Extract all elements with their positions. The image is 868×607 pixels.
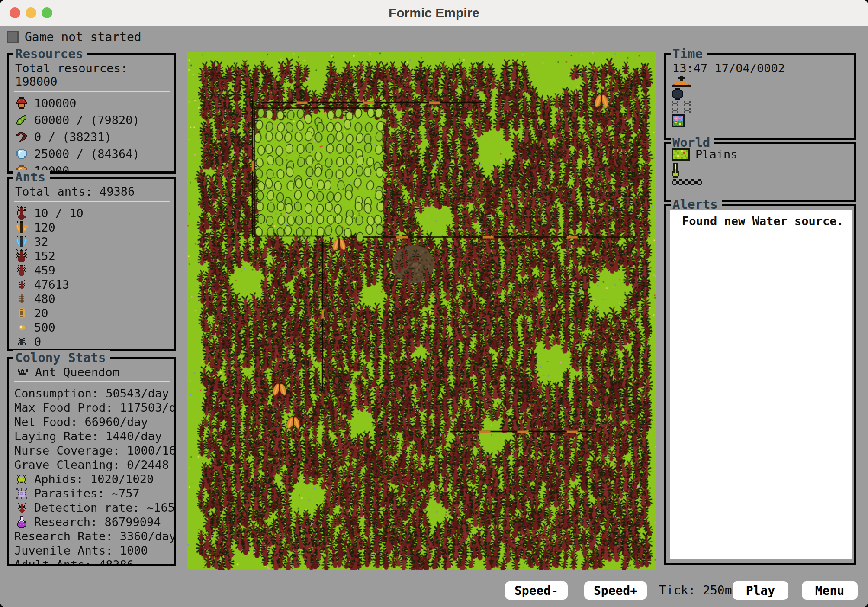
- resource-row: 60000 / (79820): [14, 113, 170, 127]
- larva-icon: [19, 294, 24, 303]
- time-condition-row: [672, 114, 685, 127]
- dead-ant-icon-slot: [14, 338, 29, 345]
- plains-tile-icon: [672, 148, 690, 161]
- ant-row: 500: [14, 320, 170, 334]
- orange-alate-icon: [16, 221, 28, 233]
- game-state-label: Game not started: [25, 30, 141, 44]
- resource-value: 25000 / (84364): [34, 147, 140, 161]
- colony-stat-row: Laying Rate: 1440/day: [14, 429, 170, 443]
- queen-ant-icon-slot: [14, 206, 29, 220]
- egg-icon-slot: [14, 325, 29, 330]
- aphid-icon-slot: [14, 475, 29, 484]
- alerts-panel-title: Alerts: [671, 197, 722, 212]
- play-button[interactable]: Play: [733, 581, 788, 600]
- blue-alate-icon-slot: [14, 236, 29, 247]
- datetime: 13:47 17/04/0002: [672, 61, 849, 75]
- colony-stat-value: Nurse Coverage: 1000/1630: [14, 444, 174, 457]
- colony-stat-value: Research: 86799094: [34, 515, 161, 529]
- moon-icon: [672, 88, 683, 100]
- time-condition-row: [672, 101, 692, 113]
- egg-icon: [19, 325, 25, 330]
- time-condition-row: [672, 76, 691, 87]
- wind-icon: [672, 101, 692, 113]
- game-state-indicator-icon: [7, 31, 19, 43]
- colony-stat-row: Nurse Coverage: 1000/1630: [14, 444, 170, 457]
- colony-stat-row: Parasites: ~757: [14, 487, 170, 500]
- colony-stat-row: Adult Ants: 48386: [14, 558, 170, 564]
- colony-name-row: Ant Queendom: [15, 365, 170, 379]
- world-row: Plains: [672, 148, 849, 161]
- colony-stat-row: Juvenile Ants: 1000: [14, 544, 170, 557]
- divider: [14, 91, 170, 92]
- divider: [14, 381, 170, 382]
- aphid-icon: [17, 475, 26, 484]
- status-bar: Game not started: [7, 29, 141, 44]
- colony-stat-row: Grave Cleaning: 0/2448: [14, 458, 170, 471]
- time-condition-row: [672, 88, 683, 100]
- grub-icon: [16, 132, 27, 142]
- water-icon: [16, 149, 27, 159]
- ant-count: 459: [34, 264, 55, 277]
- menu-button[interactable]: Menu: [802, 581, 858, 600]
- resources-panel-body: Total resources: 198000 10000060000 / (7…: [9, 55, 174, 171]
- title-bar: Formic Empire: [0, 0, 868, 26]
- thermometer-icon: [672, 163, 679, 178]
- red-ant-icon-slot: [14, 503, 29, 513]
- ant-count: 10 / 10: [34, 207, 84, 220]
- colony-stat-value: Adult Ants: 48386: [14, 558, 134, 564]
- blue-alate-icon: [16, 236, 27, 247]
- dead-ant-icon: [18, 338, 26, 345]
- ant-row: 480: [14, 292, 170, 306]
- alert-item[interactable]: Found new Water source.: [670, 210, 852, 232]
- mushroom-icon: [16, 97, 27, 109]
- red-ant-icon: [18, 503, 26, 513]
- leaf-icon: [16, 115, 28, 125]
- colony-stats-panel-body: Ant Queendom Consumption: 50543/dayMax F…: [9, 359, 174, 564]
- app-window: Formic Empire Game not started Resources…: [0, 0, 868, 607]
- grub-icon-slot: [14, 132, 29, 142]
- colony-stat-row: Detection rate: ~165/day: [14, 501, 170, 514]
- alerts-list[interactable]: Found new Water source.: [670, 210, 852, 559]
- colony-stat-value: Parasites: ~757: [34, 487, 140, 500]
- pupa-icon-slot: [14, 308, 29, 318]
- colony-stat-row: Research: 86799094: [14, 515, 170, 529]
- colony-stats-panel: Colony Stats Ant Queendom Consumption: 5…: [7, 357, 176, 566]
- worker-ant-icon-slot: [14, 280, 29, 289]
- resource-row: 100000: [14, 96, 170, 110]
- sunrise-icon: [672, 76, 691, 87]
- ant-count: 120: [34, 221, 55, 234]
- major-ant-icon-slot: [14, 249, 29, 262]
- soldier-ant-icon-slot: [14, 265, 29, 276]
- speed-plus-button[interactable]: Speed+: [584, 581, 647, 600]
- resource-row: 0 / (38231): [14, 130, 170, 144]
- mushroom-icon-slot: [14, 97, 29, 109]
- ant-count: 47613: [34, 278, 69, 291]
- colony-name: Ant Queendom: [35, 365, 119, 379]
- colony-stat-row: Consumption: 50543/day: [14, 387, 170, 400]
- ant-count: 480: [34, 292, 55, 306]
- ant-count: 152: [34, 249, 55, 263]
- colony-stat-value: Laying Rate: 1440/day: [14, 429, 162, 443]
- world-panel: World Plains: [664, 142, 856, 202]
- colony-stat-value: Detection rate: ~165/day: [34, 501, 174, 514]
- game-map-canvas[interactable]: [187, 52, 656, 570]
- major-ant-icon: [16, 249, 27, 262]
- total-resources: Total resources: 198000: [15, 61, 170, 88]
- colony-stat-value: Juvenile Ants: 1000: [14, 544, 148, 557]
- colony-stat-value: Grave Cleaning: 0/2448: [14, 458, 169, 471]
- ant-row: 47613: [14, 278, 170, 291]
- ant-row: 0: [14, 335, 170, 349]
- worm-trail-icon: [672, 179, 702, 185]
- resource-value: 100000: [34, 97, 77, 110]
- pupa-icon: [19, 308, 25, 318]
- colony-stat-row: Net Food: 66960/day: [14, 415, 170, 429]
- speed-minus-button[interactable]: Speed-: [505, 581, 568, 600]
- window-title: Formic Empire: [0, 0, 868, 26]
- flask-icon-slot: [14, 516, 29, 528]
- worker-ant-icon: [19, 280, 25, 289]
- ant-count: 0: [34, 335, 41, 349]
- leaf-icon-slot: [14, 115, 29, 125]
- season-spring-icon: [672, 114, 685, 127]
- screen: Formic Empire Game not started Resources…: [0, 0, 868, 607]
- colony-stat-value: Research Rate: 3360/day: [14, 530, 174, 543]
